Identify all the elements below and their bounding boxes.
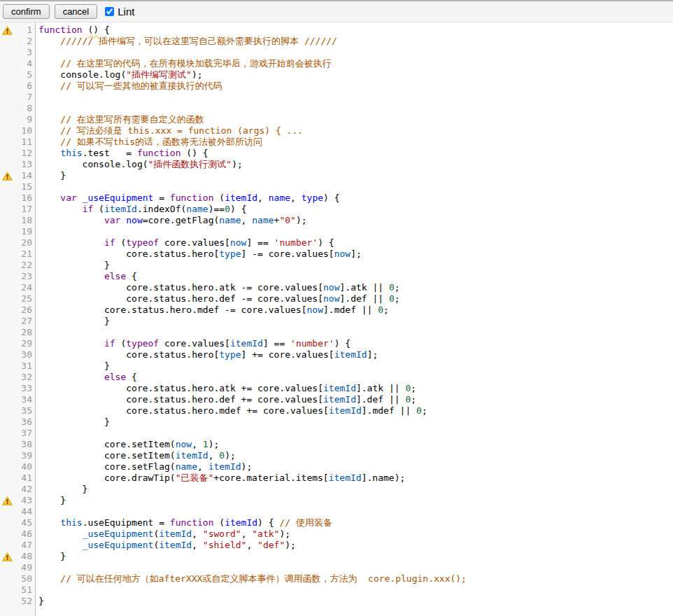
code-line[interactable]: [38, 562, 673, 573]
gutter-cell[interactable]: 34: [0, 394, 35, 405]
code-line[interactable]: if (typeof core.values[now] == 'number')…: [38, 237, 673, 248]
gutter-cell[interactable]: 47: [0, 540, 35, 551]
gutter-cell[interactable]: 23: [0, 271, 35, 282]
gutter-cell[interactable]: 17: [0, 204, 35, 215]
code-line[interactable]: [38, 327, 673, 338]
gutter-cell[interactable]: 25: [0, 293, 35, 304]
gutter-cell[interactable]: 24: [0, 282, 35, 293]
gutter-cell[interactable]: 35: [0, 405, 35, 416]
lint-checkbox[interactable]: [105, 7, 114, 16]
gutter-cell[interactable]: 21: [0, 248, 35, 260]
code-line[interactable]: core.drawTip("已装备"+core.material.items[i…: [38, 472, 673, 484]
code-line[interactable]: }: [38, 360, 673, 372]
code-line[interactable]: [38, 506, 673, 517]
code-line[interactable]: function () {: [38, 24, 673, 36]
code-line[interactable]: }: [38, 316, 673, 327]
gutter-cell[interactable]: 6: [0, 80, 35, 92]
gutter-cell[interactable]: 32: [0, 372, 35, 383]
gutter-cell[interactable]: 1: [0, 24, 35, 36]
gutter-cell[interactable]: 8: [0, 103, 35, 114]
code-line[interactable]: _useEquipment(itemId, "shield", "def");: [38, 540, 673, 551]
gutter-cell[interactable]: 30: [0, 349, 35, 360]
code-line[interactable]: // 可以在任何地方（如afterXXX或自定义脚本事件）调用函数，方法为 co…: [38, 573, 673, 584]
gutter-cell[interactable]: 39: [0, 450, 35, 461]
gutter-cell[interactable]: 29: [0, 338, 35, 349]
gutter-cell[interactable]: 5: [0, 69, 35, 80]
code-line[interactable]: core.status.hero.def += core.values[item…: [38, 394, 673, 405]
code-line[interactable]: }: [38, 170, 673, 181]
gutter-cell[interactable]: 11: [0, 136, 35, 148]
code-line[interactable]: else {: [38, 271, 673, 282]
code-line[interactable]: // 在这里写的代码，在所有模块加载完毕后，游戏开始前会被执行: [38, 58, 673, 69]
code-line[interactable]: }: [38, 484, 673, 495]
code-line[interactable]: }: [38, 495, 673, 506]
gutter-cell[interactable]: 19: [0, 226, 35, 237]
gutter-cell[interactable]: 20: [0, 237, 35, 248]
code-line[interactable]: core.status.hero.atk -= core.values[now]…: [38, 282, 673, 293]
gutter-cell[interactable]: 44: [0, 506, 35, 517]
confirm-button[interactable]: confirm: [3, 4, 50, 19]
code-line[interactable]: }: [38, 551, 673, 562]
code-line[interactable]: }: [38, 596, 673, 607]
gutter-cell[interactable]: 52: [0, 596, 35, 607]
gutter-cell[interactable]: 22: [0, 260, 35, 271]
gutter-cell[interactable]: 38: [0, 439, 35, 450]
code-line[interactable]: // 如果不写this的话，函数将无法被外部所访问: [38, 136, 673, 148]
code-line[interactable]: this.test = function () {: [38, 148, 673, 159]
gutter-cell[interactable]: 3: [0, 47, 35, 58]
gutter-cell[interactable]: 48: [0, 551, 35, 562]
gutter-cell[interactable]: 50: [0, 573, 35, 584]
code-line[interactable]: if (typeof core.values[itemId] == 'numbe…: [38, 338, 673, 349]
gutter-cell[interactable]: 2: [0, 36, 35, 47]
gutter-cell[interactable]: 9: [0, 114, 35, 125]
gutter-cell[interactable]: 36: [0, 416, 35, 428]
code-line[interactable]: [38, 47, 673, 58]
gutter-cell[interactable]: 33: [0, 383, 35, 394]
code-line[interactable]: console.log("插件编写测试");: [38, 69, 673, 80]
code-line[interactable]: [38, 181, 673, 192]
gutter-cell[interactable]: 16: [0, 192, 35, 204]
code-line[interactable]: if (itemId.indexOf(name)==0) {: [38, 204, 673, 215]
code-line[interactable]: [38, 92, 673, 103]
code-line[interactable]: core.setItem(now, 1);: [38, 439, 673, 450]
gutter-cell[interactable]: 4: [0, 58, 35, 69]
code-line[interactable]: }: [38, 260, 673, 271]
code-line[interactable]: var _useEquipment = function (itemId, na…: [38, 192, 673, 204]
code-pane[interactable]: function () { ////// 插件编写，可以在这里写自己额外需要执行…: [36, 22, 673, 616]
gutter-cell[interactable]: 27: [0, 316, 35, 327]
gutter-cell[interactable]: 7: [0, 92, 35, 103]
gutter-cell[interactable]: 51: [0, 584, 35, 596]
code-line[interactable]: // 在这里写所有需要自定义的函数: [38, 114, 673, 125]
gutter-cell[interactable]: 12: [0, 148, 35, 159]
code-line[interactable]: ////// 插件编写，可以在这里写自己额外需要执行的脚本 //////: [38, 36, 673, 47]
code-line[interactable]: core.status.hero[type] += core.values[it…: [38, 349, 673, 360]
gutter-cell[interactable]: 42: [0, 484, 35, 495]
code-line[interactable]: core.status.hero.mdef += core.values[ite…: [38, 405, 673, 416]
code-line[interactable]: else {: [38, 372, 673, 383]
gutter-cell[interactable]: 28: [0, 327, 35, 338]
gutter-cell[interactable]: 37: [0, 428, 35, 439]
code-line[interactable]: core.setFlag(name, itemId);: [38, 461, 673, 472]
code-line[interactable]: }: [38, 416, 673, 428]
code-line[interactable]: core.setItem(itemId, 0);: [38, 450, 673, 461]
code-line[interactable]: core.status.hero[type] -= core.values[no…: [38, 248, 673, 260]
gutter-cell[interactable]: 13: [0, 159, 35, 170]
gutter-cell[interactable]: 41: [0, 472, 35, 484]
gutter-cell[interactable]: 14: [0, 170, 35, 181]
gutter-cell[interactable]: 46: [0, 528, 35, 540]
code-line[interactable]: core.status.hero.atk += core.values[item…: [38, 383, 673, 394]
gutter-cell[interactable]: 31: [0, 360, 35, 372]
code-line[interactable]: [38, 428, 673, 439]
code-line[interactable]: // 写法必须是 this.xxx = function (args) { ..…: [38, 125, 673, 136]
code-line[interactable]: core.status.hero.def -= core.values[now]…: [38, 293, 673, 304]
gutter-cell[interactable]: 10: [0, 125, 35, 136]
gutter-cell[interactable]: 15: [0, 181, 35, 192]
gutter-cell[interactable]: 49: [0, 562, 35, 573]
code-line[interactable]: this.useEquipment = function (itemId) { …: [38, 517, 673, 528]
gutter-cell[interactable]: 43: [0, 495, 35, 506]
gutter-cell[interactable]: 18: [0, 215, 35, 226]
code-line[interactable]: [38, 103, 673, 114]
code-line[interactable]: _useEquipment(itemId, "sword", "atk");: [38, 528, 673, 540]
gutter-cell[interactable]: 40: [0, 461, 35, 472]
lint-toggle[interactable]: Lint: [105, 6, 134, 18]
